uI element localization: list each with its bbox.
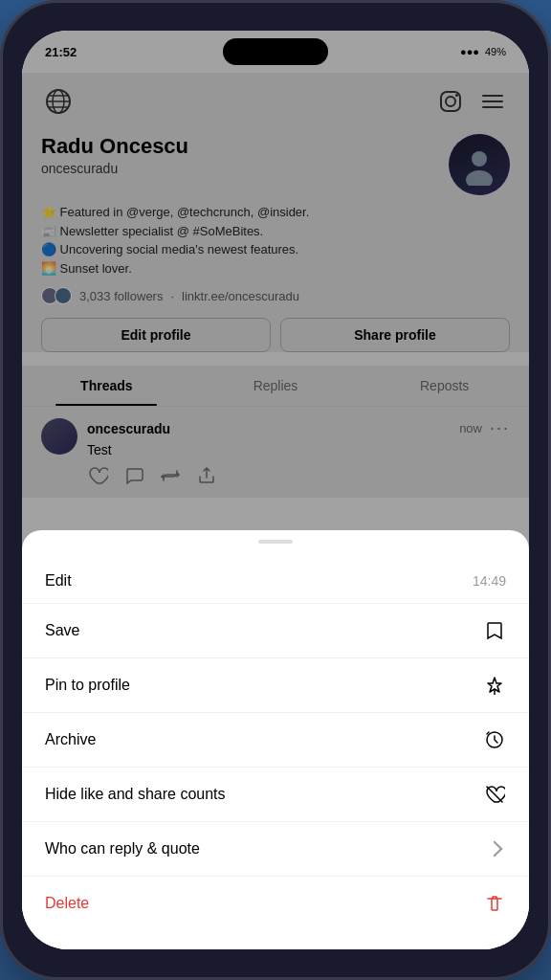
delete-label: Delete (45, 895, 89, 912)
pin-label: Pin to profile (45, 677, 130, 694)
bookmark-icon (483, 619, 506, 642)
hide-likes-label: Hide like and share counts (45, 786, 226, 803)
dynamic-island (223, 38, 328, 65)
phone-screen: 21:52 ●●● 49% (22, 31, 529, 949)
sheet-item-edit[interactable]: Edit 14:49 (22, 559, 529, 604)
trash-icon (483, 892, 506, 915)
save-label: Save (45, 622, 79, 639)
sheet-handle (258, 540, 293, 544)
sheet-item-archive[interactable]: Archive (22, 713, 529, 768)
bottom-sheet: Edit 14:49 Save Pin to profile (22, 530, 529, 949)
heart-off-icon (483, 783, 506, 806)
sheet-item-save[interactable]: Save (22, 604, 529, 658)
sheet-item-pin[interactable]: Pin to profile (22, 658, 529, 713)
sheet-item-delete[interactable]: Delete (22, 877, 529, 930)
chevron-right-icon (483, 837, 506, 860)
sheet-item-hide-likes[interactable]: Hide like and share counts (22, 768, 529, 822)
sheet-item-reply-quote[interactable]: Who can reply & quote (22, 822, 529, 877)
edit-label: Edit (45, 572, 72, 590)
edit-time: 14:49 (473, 573, 506, 589)
reply-quote-label: Who can reply & quote (45, 840, 200, 858)
pin-icon (483, 674, 506, 697)
archive-icon (483, 728, 506, 751)
phone-frame: 21:52 ●●● 49% (0, 0, 551, 980)
archive-label: Archive (45, 731, 96, 748)
svg-line-12 (487, 787, 502, 802)
